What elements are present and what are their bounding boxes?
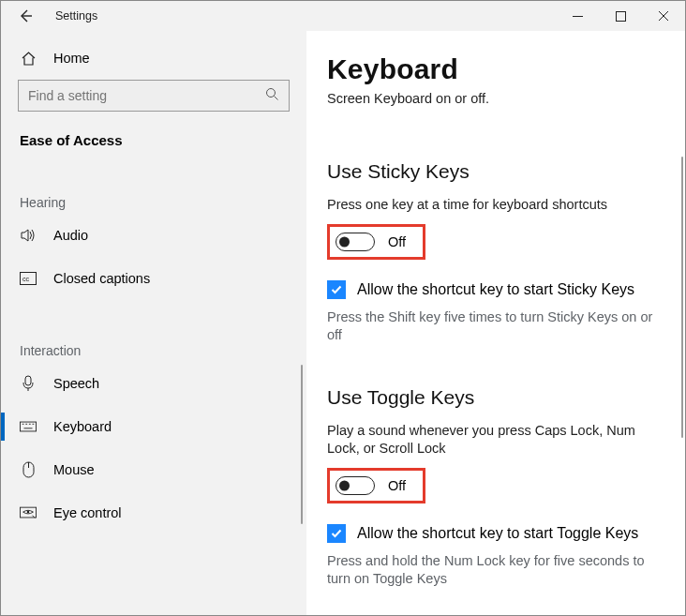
window-title: Settings — [55, 9, 97, 23]
svg-rect-9 — [25, 376, 31, 385]
sidebar-item-mouse[interactable]: Mouse — [1, 448, 306, 491]
svg-text:cc: cc — [22, 276, 30, 282]
sidebar: Home Ease of Access Hearing Audio cc Clo… — [1, 31, 306, 615]
sidebar-item-eye-control[interactable]: Eye control — [1, 491, 306, 534]
minimize-button[interactable] — [556, 2, 599, 30]
maximize-button[interactable] — [599, 2, 642, 30]
toggle-keys-shortcut-checkbox[interactable] — [327, 524, 346, 543]
content-scrollbar[interactable] — [681, 157, 683, 438]
sticky-keys-toggle-highlight: Off — [327, 224, 425, 260]
keyboard-icon — [20, 418, 37, 435]
close-button[interactable] — [642, 2, 685, 30]
speaker-icon — [20, 227, 37, 244]
sticky-keys-toggle[interactable] — [336, 233, 375, 251]
toggle-keys-desc: Play a sound whenever you press Caps Loc… — [327, 422, 664, 458]
sticky-keys-shortcut-label: Allow the shortcut key to start Sticky K… — [357, 281, 634, 298]
breadcrumb: Ease of Access — [1, 112, 306, 148]
svg-line-6 — [275, 96, 278, 99]
back-button[interactable] — [12, 3, 38, 29]
sticky-keys-shortcut-checkbox[interactable] — [327, 280, 346, 299]
sidebar-item-label: Closed captions — [53, 271, 150, 286]
sidebar-scrollbar[interactable] — [301, 365, 303, 524]
sidebar-item-label: Audio — [53, 228, 88, 243]
home-icon — [20, 50, 37, 67]
search-box[interactable] — [18, 80, 290, 112]
toggle-keys-toggle[interactable] — [336, 476, 375, 495]
section-hearing: Hearing — [1, 148, 306, 214]
sidebar-item-keyboard[interactable]: Keyboard — [1, 405, 306, 448]
sidebar-item-label: Eye control — [53, 505, 122, 520]
sidebar-item-audio[interactable]: Audio — [1, 214, 306, 257]
section-toggle-keys-heading: Use Toggle Keys — [327, 386, 664, 409]
sticky-keys-toggle-label: Off — [388, 234, 406, 249]
sidebar-home-label: Home — [53, 51, 90, 66]
titlebar: Settings — [1, 1, 685, 31]
main-content: Keyboard Screen Keyboard on or off. Use … — [306, 31, 685, 615]
mouse-icon — [20, 461, 37, 478]
sticky-keys-desc: Press one key at a time for keyboard sho… — [327, 196, 664, 215]
search-icon — [265, 87, 279, 105]
sidebar-home[interactable]: Home — [1, 44, 306, 72]
sidebar-item-label: Mouse — [53, 462, 95, 477]
cc-icon: cc — [20, 270, 37, 287]
intro-partial: Screen Keyboard on or off. — [327, 91, 664, 106]
sidebar-item-label: Keyboard — [53, 419, 112, 434]
sidebar-item-closed-captions[interactable]: cc Closed captions — [1, 257, 306, 300]
microphone-icon — [20, 375, 37, 392]
svg-rect-2 — [616, 11, 625, 21]
svg-rect-11 — [20, 422, 36, 431]
section-interaction: Interaction — [1, 300, 306, 362]
toggle-keys-shortcut-label: Allow the shortcut key to start Toggle K… — [357, 525, 638, 542]
toggle-keys-help: Press and hold the Num Lock key for five… — [327, 552, 664, 589]
svg-point-5 — [267, 88, 276, 97]
toggle-keys-toggle-highlight: Off — [327, 468, 425, 503]
svg-point-20 — [27, 511, 30, 514]
section-sticky-keys-heading: Use Sticky Keys — [327, 160, 664, 183]
sidebar-item-label: Speech — [53, 376, 99, 391]
eye-control-icon — [20, 504, 37, 521]
toggle-keys-toggle-label: Off — [388, 478, 406, 493]
sticky-keys-help: Press the Shift key five times to turn S… — [327, 308, 664, 345]
sidebar-item-speech[interactable]: Speech — [1, 362, 306, 405]
page-title: Keyboard — [327, 53, 664, 85]
search-input[interactable] — [28, 88, 265, 103]
